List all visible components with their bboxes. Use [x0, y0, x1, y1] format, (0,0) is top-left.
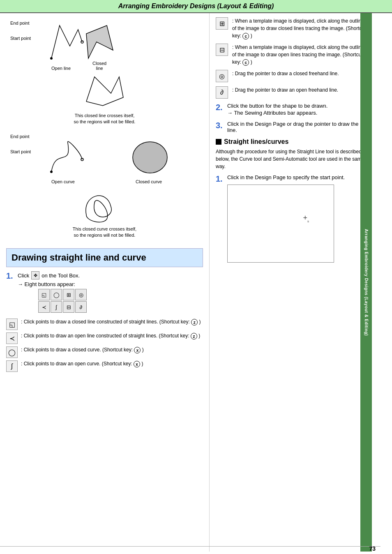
open-curve-diagram	[47, 135, 88, 180]
label-start-point: Start point	[10, 36, 31, 41]
step-num-2: 2.	[216, 103, 225, 112]
shortcut-z1: z	[191, 319, 198, 325]
svg-point-5	[133, 142, 167, 173]
label-end-point: End point	[10, 21, 29, 25]
label-open-line: Open line	[51, 66, 71, 71]
icon-open-curve: ∫	[6, 360, 18, 372]
icon-open-line: ≺	[6, 332, 18, 344]
step-1-right: 1. Click in the Design Page to specify t…	[216, 174, 368, 267]
straight-lines-heading: Straight lines/curves	[216, 138, 368, 145]
label-closed-line: Closed line	[92, 61, 106, 71]
note-closed-line: This closed line crosses itself,so the r…	[6, 113, 203, 125]
black-square-icon	[216, 139, 221, 145]
closed-line-diagram	[84, 21, 117, 67]
btn-open-curve[interactable]: ∫	[51, 301, 62, 313]
page-number: 73	[369, 545, 376, 552]
right-panel: ⊞ : When a template image is displayed, …	[210, 13, 372, 552]
shortcut-z2: z	[191, 333, 197, 339]
icon-closed-line: ◱	[6, 319, 18, 330]
btn-template-open[interactable]: ⊟	[63, 301, 74, 313]
icon-row-open-line: ≺ : Click points to draw an open line co…	[6, 332, 203, 344]
buttons-grid: ◱ ◯ ⊞ ◎ ≺ ∫ ⊟ ∂	[38, 289, 203, 313]
shortcut-c2: c	[242, 59, 249, 66]
label-end-point2: End point	[10, 134, 29, 139]
open-line-diagram	[47, 21, 84, 67]
step-num-1r: 1.	[216, 174, 225, 184]
icons-list-right: ⊞ : When a template image is displayed, …	[216, 17, 368, 99]
btn-closed-curve[interactable]: ◯	[51, 289, 62, 300]
step-2-right: 2. Click the button for the shape to be …	[216, 103, 368, 118]
icon-row-template-closed: ⊞ : When a template image is displayed, …	[216, 17, 368, 39]
icon-closed-curve: ◯	[6, 346, 18, 358]
svg-point-3	[50, 171, 53, 173]
step-body-1: Click ✥ on the Tool Box. → Eight buttons…	[18, 271, 203, 315]
toolbox-icon: ✥	[31, 271, 39, 279]
icon-desc-template-open: : When a template image is displayed, cl…	[232, 44, 368, 66]
svg-marker-2	[86, 25, 113, 58]
diagrams-section: End point Start point Open line	[6, 17, 203, 244]
icon-row-freehand-closed: ◎ : Drag the pointer to draw a closed fr…	[216, 70, 368, 82]
vertical-side-label: Arranging Embroidery Designs (Layout & E…	[360, 13, 372, 552]
step2-text: Click the button for the shape to be dra…	[227, 103, 368, 109]
btn-freehand-closed[interactable]: ◎	[75, 289, 87, 300]
icon-desc-freehand-closed: : Drag the pointer to draw a closed free…	[232, 70, 368, 77]
icon-desc-closed-line: : Click points to draw a closed line con…	[21, 319, 203, 325]
shortcut-x1: x	[134, 347, 141, 353]
step1r-text: Click in the Design Page to specify the …	[227, 174, 368, 180]
step-body-2: Click the button for the shape to be dra…	[227, 103, 368, 118]
icon-desc-closed-curve: : Click points to draw a closed curve. (…	[21, 346, 203, 353]
page-header: Arranging Embroidery Designs (Layout & E…	[0, 0, 392, 13]
bottom-rule	[0, 546, 380, 547]
shortcut-c1: c	[242, 33, 249, 39]
icon-row-freehand-open: ∂ : Drag the pointer to draw an open fre…	[216, 86, 368, 99]
step-body-3: Click in the Design Page or drag the poi…	[227, 121, 368, 133]
step-3-right: 3. Click in the Design Page or drag the …	[216, 121, 368, 133]
btn-freehand-open[interactable]: ∂	[75, 301, 87, 313]
icon-desc-template-closed: : When a template image is displayed, cl…	[232, 17, 368, 39]
step3-text: Click in the Design Page or drag the poi…	[227, 121, 368, 133]
btn-open-line[interactable]: ≺	[38, 301, 50, 313]
icon-template-closed: ⊞	[216, 17, 228, 30]
step-1-left: 1. Click ✥ on the Tool Box. → Eight butt…	[6, 271, 203, 315]
crossing-curve-diagram	[78, 186, 131, 223]
icon-freehand-open: ∂	[216, 86, 228, 99]
icon-row-template-open: ⊟ : When a template image is displayed, …	[216, 44, 368, 66]
step2-arrow: → The Sewing Attributes bar appears.	[227, 110, 368, 116]
closed-curve-diagram	[129, 135, 171, 180]
btn-closed-line[interactable]: ◱	[38, 289, 50, 300]
right-panel-inner: ⊞ : When a template image is displayed, …	[216, 17, 368, 267]
label-open-curve: Open curve	[51, 179, 75, 184]
step-body-1r: Click in the Design Page to specify the …	[227, 174, 368, 267]
straight-lines-desc: Although the procedure for using the Str…	[216, 148, 368, 170]
icon-row-open-curve: ∫ : Click points to draw an open curve. …	[6, 360, 203, 372]
step-num-1: 1.	[6, 271, 15, 281]
step-num-3: 3.	[216, 121, 225, 130]
label-closed-curve: Closed curve	[136, 179, 162, 184]
icon-desc-open-line: : Click points to draw an open line cons…	[21, 332, 203, 339]
eight-buttons-arrow: → Eight buttons appear:	[18, 281, 203, 287]
note-closed-curve: This closed curve crosses itself,so the …	[6, 226, 203, 239]
crosshair-icon: +s	[303, 214, 309, 223]
icon-freehand-closed: ◎	[216, 70, 228, 82]
icon-row-closed-curve: ◯ : Click points to draw a closed curve.…	[6, 346, 203, 358]
icon-template-open: ⊟	[216, 44, 228, 56]
design-page-box: +s	[227, 185, 334, 263]
btn-template-closed[interactable]: ⊞	[63, 289, 74, 300]
crossing-line-diagram	[78, 73, 131, 110]
shortcut-x2: x	[134, 361, 140, 367]
icon-row-closed-line: ◱ : Click points to draw a closed line c…	[6, 319, 203, 330]
label-start-point2: Start point	[10, 149, 31, 154]
section-heading: Drawing straight line and curve	[6, 248, 203, 268]
icon-desc-open-curve: : Click points to draw an open curve. (S…	[21, 360, 203, 367]
left-panel: End point Start point Open line	[0, 13, 210, 552]
svg-point-0	[50, 57, 53, 60]
icon-desc-freehand-open: : Drag the pointer to draw an open freeh…	[232, 86, 368, 94]
icons-list-left: ◱ : Click points to draw a closed line c…	[6, 319, 203, 372]
